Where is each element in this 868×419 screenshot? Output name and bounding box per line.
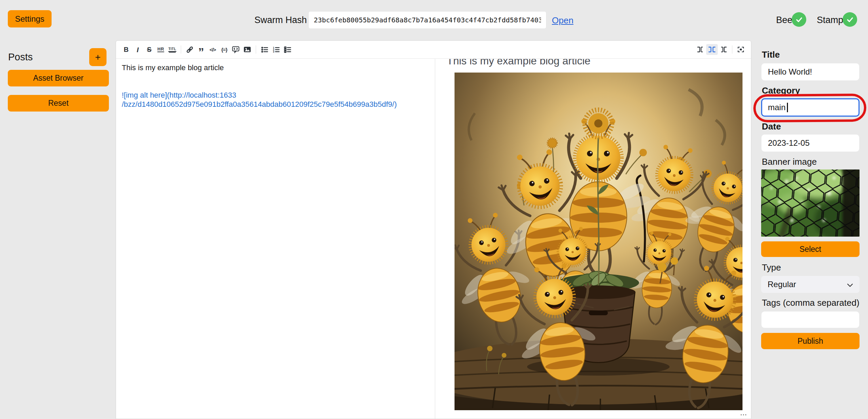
heading-icon[interactable]: TITL xyxy=(167,44,178,55)
markdown-text-line: This is my example blog article xyxy=(122,63,224,72)
bold-icon[interactable]: B xyxy=(120,44,132,55)
add-post-button[interactable]: + xyxy=(89,48,107,66)
stamp-status-label: Stamp xyxy=(817,15,843,25)
task-list-icon[interactable] xyxy=(282,44,293,55)
preview-heading: This is my example blog article xyxy=(447,59,591,67)
italic-icon[interactable]: I xyxy=(132,44,143,55)
title-input[interactable] xyxy=(761,63,860,81)
swarm-hash-label: Swarm Hash xyxy=(254,15,307,25)
post-image xyxy=(455,73,742,410)
category-field-wrap xyxy=(761,98,860,117)
fullscreen-icon[interactable] xyxy=(735,44,747,55)
date-input[interactable] xyxy=(761,134,860,152)
toolbar-separator xyxy=(181,45,181,54)
horizontal-rule-icon[interactable]: HR xyxy=(155,44,167,55)
category-label: Category xyxy=(762,85,800,96)
asset-browser-button[interactable]: Asset Browser xyxy=(8,70,109,86)
view-editor-only-icon[interactable] xyxy=(695,44,706,55)
swarm-hash-input[interactable] xyxy=(308,11,546,29)
open-link[interactable]: Open xyxy=(552,15,574,26)
settings-button[interactable]: Settings xyxy=(8,10,52,27)
markdown-image-link: ![img alt here](http://localhost:1633 /b… xyxy=(122,91,397,109)
comment-code-icon[interactable] xyxy=(230,44,242,55)
tags-label: Tags (comma separated) xyxy=(762,298,860,308)
banner-image-thumbnail xyxy=(761,169,860,237)
stamp-check-icon xyxy=(843,12,857,27)
posts-section-title: Posts xyxy=(8,52,33,63)
chevron-down-icon xyxy=(847,280,853,289)
markdown-source-pane[interactable]: This is my example blog article ![img al… xyxy=(116,59,435,419)
view-preview-only-icon[interactable] xyxy=(718,44,729,55)
svg-text:3: 3 xyxy=(273,50,274,53)
quote-icon[interactable]: ” xyxy=(195,44,207,55)
ordered-list-icon[interactable]: 1 2 3 xyxy=(270,44,282,55)
type-select[interactable]: Regular xyxy=(761,276,860,293)
strikethrough-icon[interactable]: S xyxy=(143,44,155,55)
page: { "colors": { "page_background": "#e9e9e… xyxy=(0,0,868,419)
toolbar-separator xyxy=(732,45,732,54)
image-icon[interactable] xyxy=(242,44,253,55)
bee-check-icon xyxy=(792,12,806,27)
type-label: Type xyxy=(762,262,781,273)
markdown-editor: B I S HR TITL ” </> {=} xyxy=(116,40,751,419)
link-icon[interactable] xyxy=(184,44,195,55)
title-label: Title xyxy=(762,49,780,60)
view-side-by-side-icon[interactable] xyxy=(706,44,718,55)
code-icon[interactable]: </> xyxy=(207,44,218,55)
select-banner-button[interactable]: Select xyxy=(761,241,860,257)
reset-button[interactable]: Reset xyxy=(8,95,109,112)
bee-status-label: Bee xyxy=(776,15,792,25)
text-caret xyxy=(787,103,788,112)
preview-overflow-indicator: ... xyxy=(740,410,747,417)
toolbar-separator xyxy=(256,45,256,54)
date-label: Date xyxy=(762,121,781,132)
unordered-list-icon[interactable] xyxy=(259,44,270,55)
preview-pane: This is my example blog article xyxy=(436,59,751,419)
code-block-icon[interactable]: {=} xyxy=(218,44,230,55)
category-input[interactable] xyxy=(761,98,860,117)
editor-toolbar: B I S HR TITL ” </> {=} xyxy=(116,41,751,59)
type-select-value: Regular xyxy=(768,280,796,289)
publish-button[interactable]: Publish xyxy=(761,333,860,349)
tags-input[interactable] xyxy=(761,311,860,328)
banner-image-label: Banner image xyxy=(762,157,817,167)
